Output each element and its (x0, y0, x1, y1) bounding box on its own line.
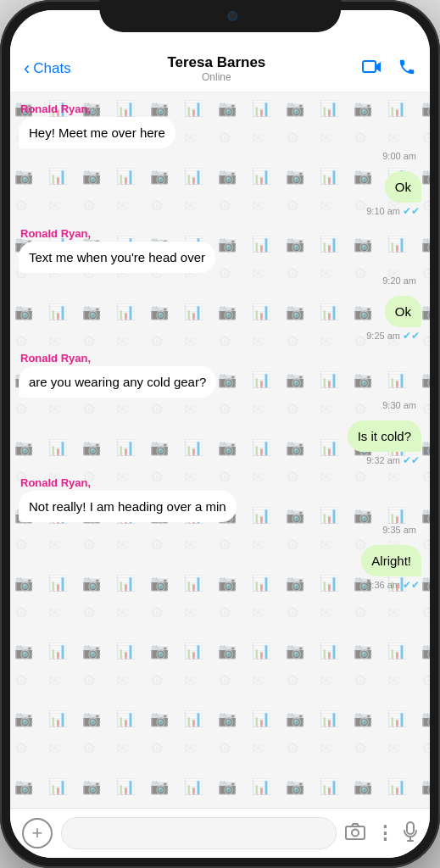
message-row-8: Alright! (19, 545, 421, 576)
message-group-6: Is it cold? 9:32 am ✔✔ (19, 420, 421, 466)
camera-icon[interactable] (345, 823, 365, 844)
message-row-7: Not really! I am heading over a min (19, 491, 421, 522)
chat-header: ‹ Chats Teresa Barnes Online (10, 47, 430, 92)
message-row-6: Is it cold? (19, 420, 421, 452)
svg-point-2 (352, 829, 359, 836)
message-group-1: Ronald Ryan, Hey! Meet me over here 9:00… (19, 103, 421, 161)
messages-container: Ronald Ryan, Hey! Meet me over here 9:00… (19, 103, 421, 596)
message-row-3: Text me when you're head over (19, 242, 421, 273)
bubble-2: Ok (385, 171, 421, 203)
message-group-3: Ronald Ryan, Text me when you're head ov… (19, 227, 421, 286)
message-row-5: are you wearing any cold gear? (19, 366, 421, 398)
back-label: Chats (33, 60, 70, 77)
timestamp-7: 9:35 am (19, 525, 421, 535)
add-attachment-button[interactable]: + (22, 818, 53, 849)
sender-name-3: Ronald Ryan, (19, 227, 421, 240)
phone-frame: ‹ Chats Teresa Barnes Online (0, 0, 440, 868)
header-icons (362, 58, 416, 81)
check-icon-2: ✔✔ (403, 205, 420, 217)
time-text-6: 9:32 am (366, 455, 400, 465)
check-icon-6: ✔✔ (403, 454, 420, 466)
contact-status: Online (71, 71, 362, 83)
notch (99, 0, 341, 32)
sender-name-1: Ronald Ryan, (19, 103, 421, 115)
back-arrow-icon: ‹ (24, 59, 30, 78)
microphone-icon[interactable] (403, 821, 418, 846)
svg-rect-3 (407, 822, 414, 834)
video-call-icon[interactable] (362, 59, 382, 79)
header-title: Teresa Barnes Online (71, 54, 362, 83)
time-text-8: 9:36 am (366, 580, 400, 590)
bottom-bar: + ⋮ (10, 808, 430, 858)
sender-name-5: Ronald Ryan, (19, 352, 421, 364)
sender-name-7: Ronald Ryan, (19, 476, 421, 489)
phone-call-icon[interactable] (398, 58, 416, 81)
notch-dot (230, 13, 237, 19)
message-group-5: Ronald Ryan, are you wearing any cold ge… (19, 352, 421, 410)
message-group-2: Ok 9:10 am ✔✔ (19, 171, 421, 217)
bubble-3: Text me when you're head over (19, 242, 215, 273)
bubble-7: Not really! I am heading over a min (19, 491, 237, 522)
check-icon-4: ✔✔ (403, 330, 420, 342)
phone-screen: ‹ Chats Teresa Barnes Online (10, 10, 430, 858)
bubble-5: are you wearing any cold gear? (19, 366, 216, 398)
timestamp-8: 9:36 am ✔✔ (19, 579, 421, 591)
bubble-4: Ok (385, 296, 421, 327)
bubble-1: Hey! Meet me over here (19, 117, 175, 148)
timestamp-1: 9:00 am (19, 151, 421, 161)
bubble-6: Is it cold? (348, 420, 421, 452)
back-button[interactable]: ‹ Chats (24, 59, 71, 78)
message-input[interactable] (61, 817, 337, 849)
contact-name: Teresa Barnes (71, 54, 362, 71)
timestamp-2: 9:10 am ✔✔ (19, 205, 421, 217)
more-options-icon[interactable]: ⋮ (376, 822, 393, 844)
svg-rect-1 (346, 826, 365, 839)
time-text-4: 9:25 am (366, 331, 400, 341)
bottom-icons: ⋮ (345, 821, 418, 846)
message-row-2: Ok (19, 171, 421, 203)
message-group-7: Ronald Ryan, Not really! I am heading ov… (19, 476, 421, 535)
bubble-8: Alright! (361, 545, 421, 576)
message-row-1: Hey! Meet me over here (19, 117, 421, 148)
timestamp-6: 9:32 am ✔✔ (19, 454, 421, 466)
message-row-4: Ok (19, 296, 421, 327)
svg-rect-0 (363, 61, 376, 72)
check-icon-8: ✔✔ (403, 579, 420, 591)
timestamp-4: 9:25 am ✔✔ (19, 330, 421, 342)
chat-background: Ronald Ryan, Hey! Meet me over here 9:00… (10, 92, 430, 808)
message-group-8: Alright! 9:36 am ✔✔ (19, 545, 421, 591)
timestamp-3: 9:20 am (19, 275, 421, 286)
message-group-4: Ok 9:25 am ✔✔ (19, 296, 421, 342)
timestamp-5: 9:30 am (19, 400, 421, 410)
time-text-2: 9:10 am (366, 206, 400, 216)
